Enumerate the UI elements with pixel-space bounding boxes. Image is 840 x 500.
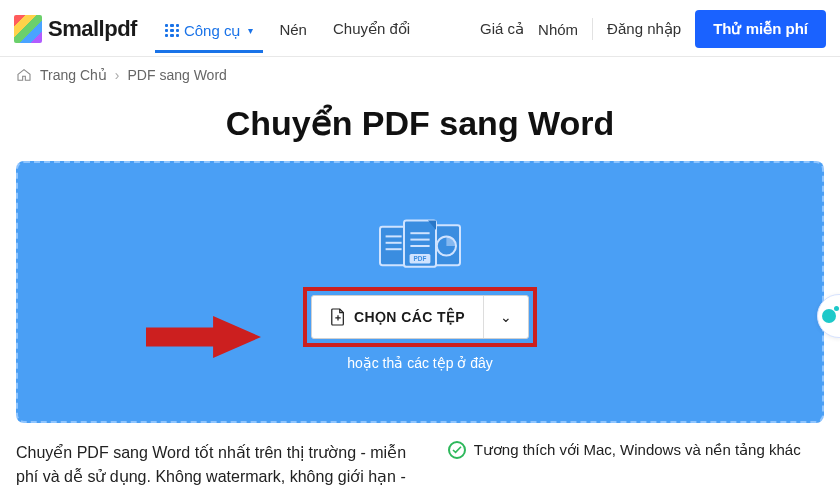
brand-logo[interactable]: Smallpdf (14, 15, 137, 43)
documents-icon: PDF (372, 213, 468, 279)
logo-icon (14, 15, 42, 43)
grid-icon (165, 24, 179, 38)
file-add-icon (330, 308, 346, 326)
arrow-annotation-icon (146, 315, 261, 359)
choose-files-dropdown-toggle[interactable]: ⌄ (484, 296, 528, 338)
below-content: Chuyển PDF sang Word tốt nhất trên thị t… (0, 423, 840, 489)
nav-tools-label: Công cụ (184, 22, 242, 40)
nav-login[interactable]: Đăng nhập (607, 20, 681, 38)
file-dropzone[interactable]: PDF CHỌN CÁC TỆP ⌄ hoặc thả các tệp ở đâ… (16, 161, 824, 423)
nav-compress[interactable]: Nén (269, 15, 317, 44)
secondary-nav: Giá cả Nhóm Đăng nhập Thử miễn phí (480, 10, 826, 48)
feature-list: Tương thích với Mac, Windows và nền tảng… (448, 441, 824, 489)
free-trial-button[interactable]: Thử miễn phí (695, 10, 826, 48)
svg-text:PDF: PDF (414, 255, 427, 262)
nav-pricing[interactable]: Giá cả (480, 20, 524, 38)
check-circle-icon (448, 441, 466, 459)
svg-marker-12 (146, 316, 261, 358)
breadcrumb-current[interactable]: PDF sang Word (128, 67, 227, 83)
nav-teams[interactable]: Nhóm (538, 21, 578, 38)
page-title: Chuyển PDF sang Word (0, 93, 840, 161)
top-nav: Smallpdf Công cụ ▾ Nén Chuyển đổi Giá cả… (0, 0, 840, 57)
breadcrumb: Trang Chủ › PDF sang Word (0, 57, 840, 93)
chevron-down-icon: ⌄ (500, 309, 512, 325)
nav-convert[interactable]: Chuyển đổi (323, 14, 420, 44)
feature-text: Tương thích với Mac, Windows và nền tảng… (474, 441, 801, 459)
home-icon (16, 68, 32, 82)
nav-tools[interactable]: Công cụ ▾ (155, 16, 264, 53)
brand-name: Smallpdf (48, 16, 137, 42)
choose-files-label: CHỌN CÁC TỆP (354, 309, 465, 325)
drop-hint: hoặc thả các tệp ở đây (347, 355, 493, 371)
page-description: Chuyển PDF sang Word tốt nhất trên thị t… (16, 441, 424, 489)
feature-item: Tương thích với Mac, Windows và nền tảng… (448, 441, 824, 459)
breadcrumb-separator: › (115, 67, 120, 83)
choose-files-button[interactable]: CHỌN CÁC TỆP ⌄ (311, 295, 529, 339)
primary-nav: Công cụ ▾ Nén Chuyển đổi (155, 14, 420, 44)
droplet-icon (822, 309, 836, 323)
chevron-down-icon: ▾ (248, 25, 253, 36)
breadcrumb-home[interactable]: Trang Chủ (40, 67, 107, 83)
nav-divider (592, 18, 593, 40)
highlight-annotation: CHỌN CÁC TỆP ⌄ (307, 291, 533, 343)
